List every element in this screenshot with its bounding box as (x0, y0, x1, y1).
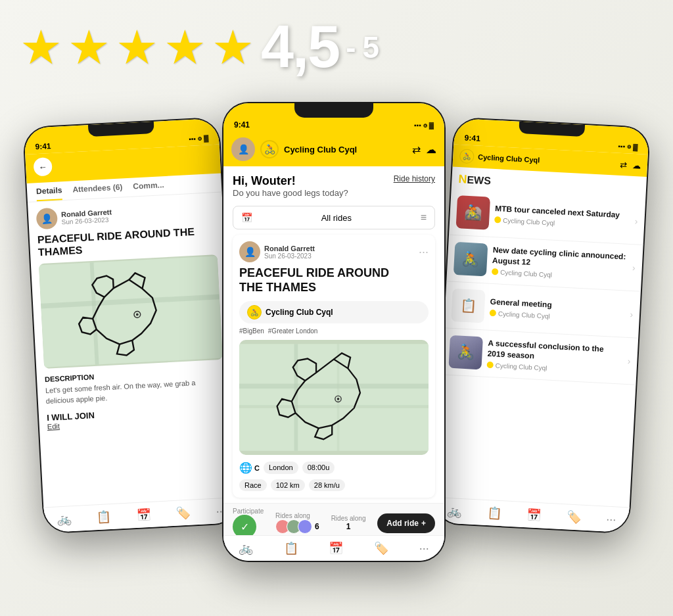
rating-separator: - (346, 30, 356, 65)
time-right: 9:41 (464, 133, 480, 143)
club-dot-2 (492, 268, 499, 275)
svg-rect-9 (337, 344, 340, 451)
calendar-icon-center[interactable]: 📅 (329, 541, 343, 556)
news-club-3: Cycling Club Cyql (498, 310, 550, 320)
chevron-3: › (630, 309, 634, 320)
battery-icon-left: ▓ (204, 134, 209, 141)
news-content-2: New date cycling clinic announced: Augus… (492, 245, 628, 282)
rides-along-1-label: Rides along (331, 515, 366, 522)
organizer-date-center: Sun 26-03-2023 (264, 252, 315, 260)
more-icon-center[interactable]: ··· (419, 542, 429, 556)
club-chip-name: Cycling Club Cyql (266, 308, 333, 317)
back-button[interactable]: ← (33, 157, 52, 176)
chevron-1: › (634, 216, 638, 226)
list-icon-left[interactable]: 📋 (97, 509, 112, 525)
club-logo-chip: 🚴 (247, 305, 262, 320)
club-dot-3 (490, 310, 497, 317)
tag-icon-left[interactable]: 🏷️ (176, 506, 191, 521)
greeting-section: Hi, Wouter! Do you have good legs today?… (223, 166, 444, 201)
news-content-4: A successful conclusion to the 2019 seas… (486, 339, 622, 375)
tab-attendees[interactable]: Attendees (6) (72, 182, 123, 199)
stat-distance: 102 km (271, 479, 305, 491)
rides-along-label: Rides along (275, 512, 319, 519)
phones-container: 9:41 ▪▪▪ ⌾ ▓ ← Details Attendees (6) Com… (0, 102, 673, 616)
news-content-3: General meeting Cycling Club Cyql (490, 297, 626, 323)
star-1: ★ (20, 24, 62, 71)
rides-filter[interactable]: 📅 All rides ≡ (233, 206, 435, 229)
cloud-icon-right[interactable]: ☁ (632, 160, 641, 170)
greeting-text: Hi, Wouter! Do you have good legs today? (233, 174, 348, 198)
rides-along-section: Rides along 6 (275, 512, 319, 534)
rating-max: 5 (362, 30, 379, 65)
news-thumb-1: 🚵 (456, 195, 491, 230)
stat-time: 08:00u (302, 462, 335, 474)
stats-row2-center: Race 102 km 28 km/u (239, 479, 429, 491)
calendar-icon-left[interactable]: 📅 (136, 508, 151, 523)
chevron-2: › (632, 262, 636, 273)
list-icon-center[interactable]: 📋 (284, 541, 298, 556)
header-title-center: Cycling Club Cyql (284, 145, 407, 154)
tag-icon-center[interactable]: 🏷️ (374, 541, 388, 556)
wifi-icon-right: ⌾ (627, 143, 632, 150)
phone-left: 9:41 ▪▪▪ ⌾ ▓ ← Details Attendees (6) Com… (22, 117, 241, 534)
star-5: ★ (212, 24, 254, 71)
tag-icon-right[interactable]: 🏷️ (566, 509, 581, 525)
organizer-info-center: Ronald Garrett Sun 26-03-2023 (264, 245, 315, 260)
organizer-row-center: 👤 Ronald Garrett Sun 26-03-2023 (239, 241, 315, 262)
plus-icon: + (421, 519, 426, 528)
bike-icon-right[interactable]: 🚲 (447, 504, 462, 519)
swap-icon-center[interactable]: ⇄ (412, 143, 421, 156)
map-center (239, 340, 429, 455)
cloud-icon-center[interactable]: ☁ (426, 143, 436, 156)
bike-icon-left[interactable]: 🚲 (57, 511, 72, 527)
rides-along-1-count: 1 (331, 522, 366, 531)
map-route-left (39, 254, 223, 369)
greeting-sub: Do you have good legs today? (233, 188, 348, 198)
ride-title-line2: THE THAMES (239, 281, 316, 294)
battery-icon-right: ▓ (633, 143, 638, 150)
ride-title-line1: PEACEFUL RIDE AROUND (239, 266, 389, 279)
center-header: 👤 🚴 Cycling Club Cyql ⇄ ☁ (223, 132, 444, 166)
more-options-icon[interactable]: ··· (419, 245, 429, 259)
chevron-4: › (627, 356, 631, 366)
header-icons-right: ⇄ ☁ (620, 159, 641, 170)
tab-details[interactable]: Details (36, 185, 62, 201)
tab-comments[interactable]: Comm... (133, 180, 164, 196)
battery-icon-center: ▓ (429, 122, 434, 129)
add-ride-label: Add ride (386, 519, 419, 528)
stat-type-icon: C (254, 464, 260, 472)
bike-icon-center[interactable]: 🚲 (239, 541, 253, 556)
stat-globe: 🌐 C (239, 462, 260, 474)
more-icon-right[interactable]: ··· (606, 512, 616, 527)
news-club-4: Cycling Club Cyql (495, 362, 547, 371)
news-thumb-4: 🚴 (448, 335, 483, 370)
status-icons-left: ▪▪▪ ⌾ ▓ (189, 134, 208, 143)
rides-along-row: 6 (275, 519, 319, 534)
news-icon-3: 📋 (451, 289, 486, 323)
svg-rect-6 (239, 384, 429, 389)
stat-type: Race (239, 479, 267, 491)
av-3 (298, 519, 312, 534)
map-route-center (239, 340, 429, 455)
news-club-1: Cycling Club Cyql (503, 217, 555, 227)
rating-value: 4,5 (261, 13, 339, 81)
bottom-bar-center: 🚲 📋 📅 🏷️ ··· (223, 535, 444, 561)
rating-section: ★ ★ ★ ★ ★ 4,5 - 5 (20, 13, 379, 81)
list-icon-right[interactable]: 📋 (486, 506, 501, 521)
user-avatar-center: 👤 (231, 137, 255, 161)
globe-icon: 🌐 (239, 462, 252, 474)
star-3: ★ (116, 24, 158, 71)
add-ride-button[interactable]: Add ride + (377, 513, 435, 533)
news-thumb-2: 🚴 (453, 242, 488, 277)
ride-history-link[interactable]: Ride history (394, 174, 435, 183)
ride-card-header: 👤 Ronald Garrett Sun 26-03-2023 ··· (239, 241, 429, 262)
greeting-row: Hi, Wouter! Do you have good legs today?… (233, 174, 435, 198)
n-letter: N (458, 172, 467, 186)
organizer-name-center: Ronald Garrett (264, 245, 315, 252)
status-icons-center: ▪▪▪ ⌾ ▓ (414, 122, 434, 129)
swap-icon-right[interactable]: ⇄ (620, 159, 628, 170)
calendar-icon-right[interactable]: 📅 (526, 508, 542, 523)
filter-sliders-icon[interactable]: ≡ (421, 212, 427, 224)
news-item-4[interactable]: 🚴 A successful conclusion to the 2019 se… (442, 328, 638, 385)
signal-icon-center: ▪▪▪ (414, 122, 421, 129)
